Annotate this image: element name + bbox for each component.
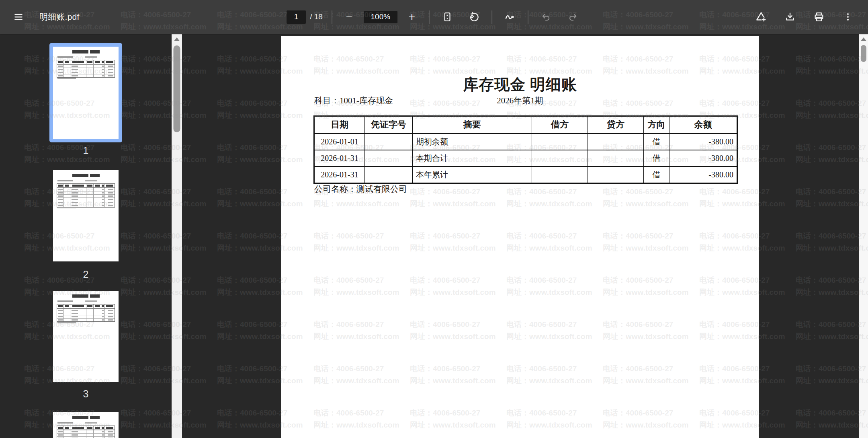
- more-vert-icon[interactable]: [839, 8, 857, 26]
- thumbnail-page-number: 3: [0, 388, 172, 400]
- thumbnail-page-number: 2: [0, 269, 172, 280]
- thumbnail-sidebar: 123: [0, 34, 172, 438]
- toolbar-right-group: [752, 0, 857, 34]
- ledger-col-header: 摘要: [413, 116, 532, 134]
- menu-icon[interactable]: [10, 8, 27, 26]
- fit-to-page-icon[interactable]: [438, 8, 456, 26]
- ledger-cell: 借: [644, 150, 669, 167]
- watermark-text: 电话：4006-6500-27网址：www.tdxsoft.com: [796, 274, 868, 298]
- save-to-drive-icon[interactable]: [752, 8, 770, 26]
- document-filename: 明细账.pdf: [39, 11, 79, 23]
- watermark-text: 电话：4006-6500-27网址：www.tdxsoft.com: [796, 186, 868, 210]
- ledger-title: 库存现金 明细账: [281, 74, 759, 95]
- sidebar-scrollbar[interactable]: [172, 34, 182, 438]
- page-thumbnail-3[interactable]: [53, 291, 119, 382]
- page-thumbnail-4[interactable]: [53, 412, 119, 438]
- watermark-text: 电话：4006-6500-27网址：www.tdxsoft.com: [796, 363, 868, 387]
- period-label: 2026年第1期: [281, 95, 759, 106]
- ledger-cell: 本年累计: [413, 167, 532, 183]
- main-scrollbar[interactable]: [859, 34, 868, 438]
- pdf-viewer-window: { "toolbar": { "title": "明细账.pdf", "page…: [0, 0, 868, 438]
- ledger-cell: -380.00: [669, 150, 737, 167]
- print-icon[interactable]: [810, 8, 828, 26]
- ledger-row: 2026-01-01期初余额借-380.00: [314, 134, 737, 150]
- toolbar-divider: [491, 10, 492, 24]
- main-scrollbar-thumb[interactable]: [861, 45, 866, 62]
- ledger-cell: 2026-01-31: [314, 167, 365, 183]
- ledger-col-header: 日期: [314, 116, 365, 134]
- thumbnail-page-number: 1: [0, 145, 172, 156]
- zoom-out-button[interactable]: −: [341, 9, 357, 25]
- ledger-col-header: 方向: [644, 116, 669, 134]
- toolbar-divider: [528, 10, 528, 24]
- ledger-cell: 期初余额: [413, 134, 532, 150]
- page-thumbnail-1[interactable]: [49, 43, 122, 142]
- watermark-text: 电话：4006-6500-27网址：www.tdxsoft.com: [796, 97, 868, 121]
- page-count-label: / 18: [310, 12, 323, 21]
- ledger-cell: [365, 167, 413, 183]
- ledger-cell: -380.00: [669, 134, 737, 150]
- company-label: 公司名称：测试有限公司: [314, 183, 407, 195]
- ledger-cell: 2026-01-01: [314, 134, 365, 150]
- toolbar-left-group: 明细账.pdf: [10, 0, 79, 34]
- ledger-cell: [588, 134, 644, 150]
- ledger-cell: -380.00: [669, 167, 737, 183]
- toolbar-divider: [429, 10, 430, 24]
- rotate-ccw-icon[interactable]: [465, 8, 483, 26]
- watermark-text: 电话：4006-6500-27网址：www.tdxsoft.com: [796, 230, 868, 254]
- thumbnail-page-preview: [53, 47, 119, 139]
- redo-icon[interactable]: [564, 8, 581, 26]
- ledger-cell: [588, 150, 644, 167]
- page-number-input[interactable]: [287, 10, 306, 24]
- watermark-text: 电话：4006-6500-27网址：www.tdxsoft.com: [796, 53, 868, 77]
- ledger-cell: 借: [644, 134, 669, 150]
- ledger-cell: [588, 167, 644, 183]
- ledger-cell: [532, 167, 588, 183]
- ledger-col-header: 借方: [532, 116, 588, 134]
- ledger-row: 2026-01-31本年累计借-380.00: [314, 167, 737, 183]
- ledger-cell: [365, 150, 413, 167]
- sidebar-scrollbar-thumb[interactable]: [174, 45, 180, 132]
- page-thumbnail-2[interactable]: [53, 170, 119, 261]
- ledger-table-header: 日期凭证字号摘要借方贷方方向余额: [314, 116, 737, 134]
- watermark-text: 电话：4006-6500-27网址：www.tdxsoft.com: [796, 319, 868, 343]
- ledger-cell: [532, 150, 588, 167]
- annotate-icon[interactable]: [501, 8, 519, 26]
- ledger-row: 2026-01-31本期合计借-380.00: [314, 150, 737, 167]
- ledger-cell: [532, 134, 588, 150]
- ledger-col-header: 凭证字号: [365, 116, 413, 134]
- ledger-cell: 借: [644, 167, 669, 183]
- scroll-up-arrow-icon[interactable]: [861, 37, 866, 41]
- ledger-col-header: 贷方: [588, 116, 644, 134]
- toolbar-divider: [332, 10, 332, 24]
- pdf-page: 库存现金 明细账 科目：1001-库存现金 2026年第1期 日期凭证字号摘要借…: [281, 36, 759, 438]
- pdf-toolbar: 明细账.pdf / 18 − 100% +: [0, 0, 868, 34]
- ledger-cell: 本期合计: [413, 150, 532, 167]
- scroll-up-arrow-icon[interactable]: [174, 37, 180, 41]
- toolbar-center-group: / 18 − 100% +: [287, 0, 581, 34]
- ledger-cell: [365, 134, 413, 150]
- zoom-in-button[interactable]: +: [404, 9, 420, 25]
- ledger-col-header: 余额: [669, 116, 737, 134]
- watermark-text: 电话：4006-6500-27网址：www.tdxsoft.com: [796, 407, 868, 431]
- ledger-cell: 2026-01-31: [314, 150, 365, 167]
- download-icon[interactable]: [781, 8, 799, 26]
- undo-icon[interactable]: [537, 8, 555, 26]
- watermark-text: 电话：4006-6500-27网址：www.tdxsoft.com: [796, 142, 868, 166]
- ledger-table: 日期凭证字号摘要借方贷方方向余额 2026-01-01期初余额借-380.002…: [313, 115, 738, 184]
- zoom-level-display[interactable]: 100%: [364, 11, 397, 23]
